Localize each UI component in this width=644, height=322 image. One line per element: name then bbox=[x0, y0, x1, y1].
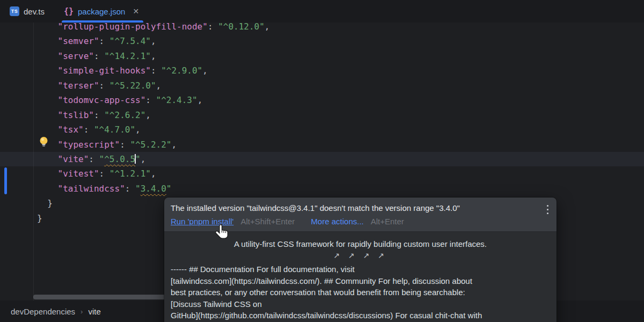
change-marker-bar bbox=[4, 167, 7, 194]
code-token bbox=[37, 21, 58, 32]
code-token bbox=[37, 95, 58, 105]
shortcut-hint: Alt+Shift+Enter bbox=[240, 217, 295, 226]
code-token: ^5.0.5 bbox=[104, 154, 135, 164]
code-token: : bbox=[208, 21, 218, 32]
action-link[interactable]: More actions... bbox=[311, 217, 363, 226]
code-token bbox=[37, 51, 58, 61]
code-line[interactable]: "semver": "^7.5.4", bbox=[0, 34, 644, 48]
breadcrumb-item-vite[interactable]: vite bbox=[88, 307, 100, 316]
inspection-popup-header: The installed version "tailwindcss@3.4.1… bbox=[164, 197, 557, 232]
kebab-menu-icon[interactable] bbox=[545, 203, 550, 216]
code-token bbox=[37, 80, 58, 91]
doc-summary: A utility-first CSS framework for rapidl… bbox=[171, 239, 550, 248]
code-token: " bbox=[166, 184, 172, 194]
code-token: : bbox=[99, 36, 109, 46]
code-line[interactable]: "vitest": "^1.2.1", bbox=[0, 166, 644, 181]
code-token: "^2.6.2" bbox=[104, 110, 145, 120]
code-token: "tailwindcss" bbox=[58, 184, 125, 194]
code-lines: "rollup-plugin-polyfill-node": "^0.12.0"… bbox=[0, 19, 644, 225]
code-token: "terser" bbox=[58, 80, 99, 91]
code-token: 3.4.0 bbox=[141, 184, 166, 194]
code-token: "^2.9.0" bbox=[161, 65, 202, 76]
code-token: , bbox=[151, 169, 156, 179]
code-token: " bbox=[135, 184, 141, 194]
doc-line: [tailwindcss.com](https://tailwindcss.co… bbox=[171, 275, 550, 287]
code-token: : bbox=[94, 51, 104, 61]
code-token: : bbox=[84, 125, 94, 135]
code-token: "rollup-plugin-polyfill-node" bbox=[58, 21, 208, 32]
typescript-file-icon: TS bbox=[10, 6, 19, 16]
doc-line: GitHub](https://github.com/tailwindcss/t… bbox=[171, 310, 550, 321]
tab-dev-ts[interactable]: TS dev.ts bbox=[0, 0, 54, 23]
code-token: "^5.22.0" bbox=[109, 80, 156, 91]
breadcrumb-separator: › bbox=[80, 308, 83, 316]
code-token: : bbox=[151, 65, 161, 76]
tab-label: package.json bbox=[78, 7, 125, 16]
code-token: , bbox=[151, 51, 156, 61]
code-line[interactable]: "tsx": "^4.7.0", bbox=[0, 122, 644, 137]
code-token: " bbox=[135, 154, 141, 164]
code-line[interactable]: "terser": "^5.22.0", bbox=[0, 78, 644, 93]
code-line[interactable]: "tailwindcss": "3.4.0" bbox=[0, 181, 644, 196]
code-token: "tsx" bbox=[58, 125, 84, 135]
code-token: , bbox=[135, 125, 141, 135]
code-line-current[interactable]: "vite": "^5.0.5", bbox=[0, 152, 644, 166]
code-token bbox=[37, 184, 58, 194]
shortcut-hint: Alt+Enter bbox=[371, 217, 404, 226]
intention-bulb-icon[interactable] bbox=[39, 136, 48, 150]
code-token: : bbox=[99, 80, 109, 91]
code-token: } bbox=[37, 213, 42, 223]
code-token: "vite" bbox=[58, 154, 89, 164]
code-token: : bbox=[120, 140, 130, 150]
code-token: } bbox=[37, 198, 53, 208]
json-file-icon: {} bbox=[64, 6, 74, 16]
code-token: , bbox=[145, 110, 151, 120]
code-token: "typescript" bbox=[58, 140, 120, 150]
code-token: "^5.2.2" bbox=[130, 140, 171, 150]
documentation-panel: A utility-first CSS framework for rapidl… bbox=[164, 232, 557, 322]
doc-line: ------ ## Documentation For full documen… bbox=[171, 264, 550, 275]
code-line[interactable]: "typescript": "^5.2.2", bbox=[0, 137, 644, 152]
code-token: , bbox=[171, 140, 177, 150]
doc-line: best practices, or any other conversatio… bbox=[171, 287, 550, 298]
code-token: " bbox=[99, 154, 105, 164]
breadcrumb-item-devdependencies[interactable]: devDependencies bbox=[11, 307, 75, 316]
editor-tab-bar: TS dev.ts {} package.json ✕ bbox=[0, 0, 644, 23]
doc-link-arrows: ↗ ↗ ↗ ↗ bbox=[171, 251, 550, 260]
code-line[interactable]: "simple-git-hooks": "^2.9.0", bbox=[0, 63, 644, 78]
code-token: "vitest" bbox=[58, 169, 99, 179]
code-token bbox=[37, 65, 58, 76]
tab-package-json[interactable]: {} package.json ✕ bbox=[54, 0, 149, 23]
code-token: , bbox=[202, 65, 208, 76]
code-token: "semver" bbox=[58, 36, 99, 46]
code-token bbox=[37, 125, 58, 135]
tab-label: dev.ts bbox=[24, 7, 45, 16]
inspection-popup: The installed version "tailwindcss@3.4.1… bbox=[164, 197, 557, 322]
code-token: "tslib" bbox=[58, 110, 94, 120]
code-token: , bbox=[197, 95, 203, 105]
code-token: , bbox=[156, 80, 162, 91]
action-run-pnpm-install: Run 'pnpm install'Alt+Shift+Enter bbox=[171, 217, 295, 226]
code-token: : bbox=[125, 184, 135, 194]
code-token bbox=[37, 169, 58, 179]
code-line[interactable]: "tslib": "^2.6.2", bbox=[0, 108, 644, 122]
code-token: "simple-git-hooks" bbox=[58, 65, 151, 76]
code-token: "^0.12.0" bbox=[218, 21, 265, 32]
code-token: "^4.7.0" bbox=[94, 125, 135, 135]
code-token: "serve" bbox=[58, 51, 94, 61]
code-line[interactable]: "todomvc-app-css": "^2.4.3", bbox=[0, 93, 644, 107]
ide-window: "rollup-plugin-polyfill-node": "^0.12.0"… bbox=[0, 0, 644, 322]
action-link[interactable]: Run 'pnpm install' bbox=[171, 217, 233, 226]
code-token: , bbox=[141, 154, 146, 164]
code-token: : bbox=[145, 95, 156, 105]
code-token: : bbox=[89, 154, 99, 164]
active-tab-underline bbox=[62, 20, 143, 23]
code-token: , bbox=[265, 21, 270, 32]
code-token: : bbox=[99, 169, 109, 179]
code-token: : bbox=[94, 110, 104, 120]
close-icon[interactable]: ✕ bbox=[133, 8, 139, 15]
code-token: "^2.4.3" bbox=[156, 95, 197, 105]
code-token: , bbox=[151, 36, 156, 46]
code-token bbox=[37, 154, 58, 164]
code-line[interactable]: "serve": "^14.2.1", bbox=[0, 49, 644, 63]
